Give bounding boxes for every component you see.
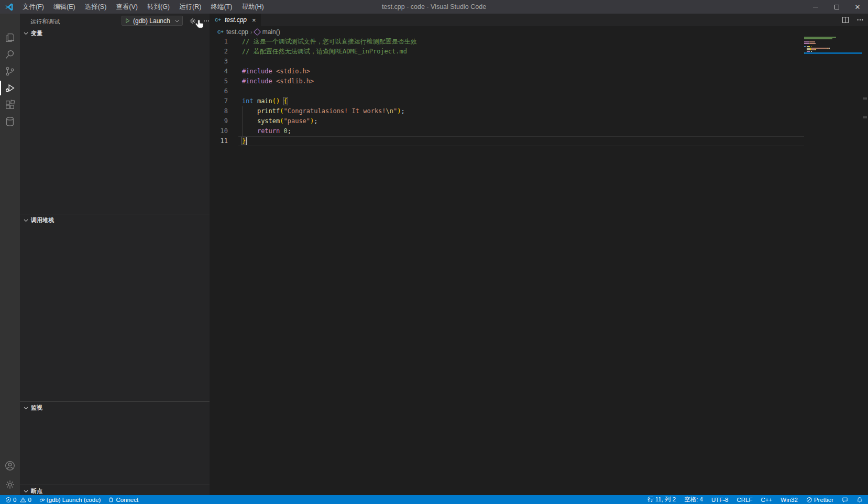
indentation-label: 空格: 4	[684, 496, 703, 503]
editor-scrollbar[interactable]	[862, 37, 868, 487]
encoding-indicator[interactable]: UTF-8	[711, 497, 729, 503]
connect-label: Connect	[116, 497, 138, 503]
menu-file[interactable]: 文件(F)	[18, 0, 49, 14]
line-number: 7	[210, 96, 228, 106]
run-and-debug-icon	[4, 82, 16, 94]
formatter-indicator[interactable]: Prettier	[806, 497, 833, 503]
debug-config-label: (gdb) Launch (code)	[47, 497, 101, 503]
feedback-button[interactable]	[842, 497, 848, 503]
platform-label: Win32	[781, 497, 798, 503]
section-watch[interactable]: 监视	[20, 402, 210, 413]
debug-start-icon[interactable]	[125, 18, 130, 24]
debug-more-actions-button[interactable]	[203, 17, 210, 25]
account-button[interactable]	[0, 457, 20, 474]
sidebar-title: 运行和调试	[30, 18, 60, 26]
eol-indicator[interactable]: CRLF	[737, 497, 753, 503]
code-lines: // 这是一个调试测试文件，您可以直接运行检测配置是否生效// 若配置任然无法调…	[238, 37, 804, 146]
line-number: 1	[210, 37, 228, 47]
sidebar-item-search[interactable]	[0, 46, 20, 63]
breadcrumb: C+ test.cpp › main()	[210, 26, 868, 38]
code-line[interactable]: system("pause");	[238, 116, 804, 126]
feedback-icon	[842, 497, 848, 503]
code-line[interactable]: return 0;	[238, 126, 804, 136]
code-line[interactable]: // 这是一个调试测试文件，您可以直接运行检测配置是否生效	[238, 37, 804, 47]
code-line[interactable]: // 若配置任然无法调试，请查阅README_inProject.md	[238, 47, 804, 57]
split-editor-button[interactable]	[842, 16, 849, 24]
sidebar-item-extensions[interactable]	[0, 96, 20, 113]
notifications-button[interactable]	[856, 497, 863, 503]
activity-bar	[0, 14, 20, 495]
problems-indicator[interactable]: 0 0	[5, 497, 31, 503]
maximize-button[interactable]	[826, 0, 847, 14]
section-breakpoints-label: 断点	[31, 487, 42, 495]
maximize-icon	[834, 5, 839, 9]
platform-indicator[interactable]: Win32	[781, 497, 798, 503]
debug-config-indicator[interactable]: (gdb) Launch (code)	[39, 497, 101, 503]
eol-label: CRLF	[737, 497, 753, 503]
breadcrumb-file-label: test.cpp	[226, 28, 248, 36]
overview-ruler-mark	[863, 97, 867, 100]
tab-bar: C+ test.cpp ×	[210, 14, 868, 26]
menu-edit[interactable]: 编辑(E)	[49, 0, 80, 14]
code-line[interactable]: int main() {	[238, 96, 804, 106]
launch-config-dropdown[interactable]: (gdb) Launch	[122, 16, 183, 26]
indentation-indicator[interactable]: 空格: 4	[684, 496, 703, 503]
line-number: 11	[210, 136, 228, 146]
settings-button[interactable]	[0, 476, 20, 493]
language-label: C++	[761, 497, 773, 503]
sidebar-item-source-control[interactable]	[0, 63, 20, 80]
line-number: 3	[210, 57, 228, 67]
gear-icon	[4, 479, 16, 490]
close-button[interactable]: ✕	[847, 0, 868, 14]
indent-guide	[243, 106, 243, 136]
breadcrumb-symbol[interactable]: main()	[255, 28, 280, 36]
sidebar-item-explorer[interactable]	[0, 29, 20, 46]
extensions-icon	[4, 99, 16, 111]
section-variables[interactable]: 变量	[20, 27, 210, 39]
editor-group: C+ test.cpp × C+ test.cpp › main() 12345…	[210, 14, 868, 495]
code-line[interactable]: #include <stdlib.h>	[238, 76, 804, 86]
menu-view[interactable]: 查看(V)	[111, 0, 142, 14]
code-line[interactable]: #include <stdio.h>	[238, 67, 804, 76]
minimize-icon	[813, 7, 818, 7]
more-actions-button[interactable]	[856, 16, 864, 24]
code-area[interactable]: // 这是一个调试测试文件，您可以直接运行检测配置是否生效// 若配置任然无法调…	[238, 37, 804, 146]
debug-toolbar: (gdb) Launch	[122, 16, 210, 26]
sidebar-item-run-and-debug[interactable]	[0, 80, 20, 96]
code-line[interactable]: }	[238, 136, 804, 146]
minimize-button[interactable]	[805, 0, 826, 14]
chevron-down-icon	[23, 217, 29, 223]
tab-close-icon[interactable]: ×	[252, 16, 256, 24]
menu-go[interactable]: 转到(G)	[142, 0, 174, 14]
connect-button[interactable]: Connect	[108, 497, 138, 503]
text-cursor	[246, 137, 247, 145]
chevron-down-icon	[23, 405, 29, 411]
section-call-stack[interactable]: 调用堆栈	[20, 214, 210, 226]
editor-actions	[834, 14, 864, 26]
split-editor-icon	[842, 16, 849, 24]
tab-label: test.cpp	[225, 16, 247, 24]
cpp-file-icon: C+	[214, 16, 222, 24]
minimap[interactable]	[804, 37, 862, 487]
minimap-content	[804, 37, 862, 53]
code-line[interactable]: printf("Congratulasions! It works!\n");	[238, 106, 804, 116]
cpp-file-icon: C+	[217, 28, 224, 36]
debug-settings-button[interactable]	[189, 17, 196, 25]
encoding-label: UTF-8	[711, 497, 729, 503]
cursor-position-indicator[interactable]: 行 11, 列 2	[647, 496, 676, 503]
line-number: 4	[210, 67, 228, 76]
section-variables-label: 变量	[31, 29, 42, 37]
code-line[interactable]	[238, 86, 804, 96]
breadcrumb-file[interactable]: C+ test.cpp	[217, 28, 248, 36]
chevron-down-icon	[23, 30, 29, 36]
menu-selection[interactable]: 选择(S)	[80, 0, 112, 14]
menu-terminal[interactable]: 终端(T)	[206, 0, 237, 14]
debug-icon	[39, 497, 45, 503]
tab-test-cpp[interactable]: C+ test.cpp ×	[210, 14, 261, 26]
code-line[interactable]	[238, 57, 804, 67]
language-indicator[interactable]: C++	[761, 497, 773, 503]
menu-run[interactable]: 运行(R)	[174, 0, 206, 14]
line-number: 5	[210, 76, 228, 86]
menu-help[interactable]: 帮助(H)	[237, 0, 268, 14]
sidebar-item-database[interactable]	[0, 113, 20, 130]
